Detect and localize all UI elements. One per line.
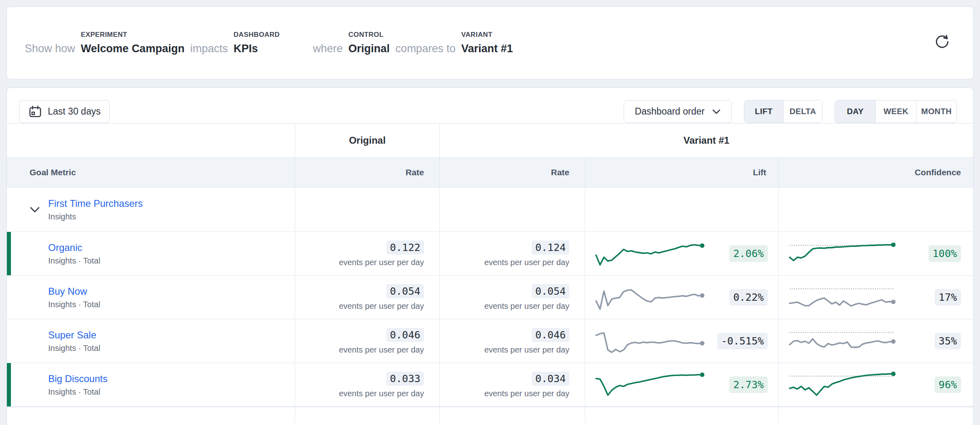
metric-name-cell: Big Discounts Insights · Total: [7, 363, 295, 406]
confidence-cell: 17%: [778, 276, 973, 319]
metric-name-cell: Super Sale Insights · Total: [7, 319, 295, 363]
confidence-value-badge: 17%: [935, 289, 961, 306]
table-row: Super Sale Insights · Total 0.046 events…: [7, 319, 973, 363]
control-rate-value: 0.033: [386, 372, 424, 386]
control-picker[interactable]: CONTROL Original: [348, 31, 390, 55]
control-name[interactable]: Original: [348, 42, 390, 55]
empty-cell: [585, 407, 778, 423]
variant-rate-value: 0.124: [532, 240, 569, 255]
rate-unit: events per user per day: [339, 258, 424, 267]
experiment-name[interactable]: Welcome Campaign: [81, 42, 185, 55]
metric-group-name-cell: First Time Purchasers Insights: [7, 187, 295, 232]
variant-rate-cell: 0.046 events per user per day: [439, 319, 585, 363]
control-rate-value: 0.054: [386, 284, 424, 298]
metric-link[interactable]: Super Sale: [48, 329, 100, 341]
rate-unit: events per user per day: [339, 345, 424, 355]
rate-unit: events per user per day: [339, 389, 424, 398]
metric-link[interactable]: Buy Now: [48, 286, 100, 297]
confidence-sparkline: [788, 237, 898, 271]
granularity-month[interactable]: MONTH: [916, 100, 957, 123]
collapse-chevron-icon[interactable]: [28, 203, 42, 217]
variant-group-header-row: Original Variant #1: [7, 123, 973, 157]
variant-picker[interactable]: VARIANT Variant #1: [461, 31, 513, 55]
granularity-day[interactable]: DAY: [835, 100, 876, 123]
lift-value-badge: -0.515%: [717, 333, 768, 349]
granularity-toggle: DAY WEEK MONTH: [835, 100, 957, 123]
variant-name[interactable]: Variant #1: [461, 42, 513, 55]
empty-cell: [778, 187, 973, 232]
metric-link[interactable]: Organic: [48, 242, 100, 253]
lift-column-header: Lift: [585, 158, 778, 187]
metric-group-link[interactable]: First Time Purchasers: [48, 198, 143, 209]
lift-value-badge: 2.06%: [729, 245, 768, 262]
empty-cell: [295, 407, 439, 423]
confidence-value-badge: 35%: [935, 333, 961, 349]
phrase-show-how: Show how: [25, 42, 75, 55]
goal-metric-column-header: Goal Metric: [7, 158, 295, 187]
results-card: Last 30 days Dashboard order LIFT DELTA …: [6, 87, 974, 425]
control-column-header: Original: [295, 123, 439, 157]
control-rate-cell: 0.122 events per user per day: [295, 232, 439, 275]
phrase-text: compares to: [395, 42, 456, 55]
results-toolbar: Last 30 days Dashboard order LIFT DELTA …: [7, 88, 973, 123]
empty-cell: [778, 407, 973, 423]
confidence-cell: 35%: [778, 319, 973, 363]
dashboard-order-dropdown[interactable]: Dashboard order: [624, 100, 732, 123]
significance-bar: [7, 363, 11, 406]
phrase-impacts: impacts: [190, 42, 228, 55]
table-row-partial: [7, 406, 973, 423]
lift-value-badge: 0.22%: [729, 289, 768, 306]
mode-toggle-delta[interactable]: DELTA: [783, 100, 822, 123]
dashboard-picker[interactable]: DASHBOARD KPIs: [234, 31, 280, 55]
experiment-summary-card: Show how EXPERIMENT Welcome Campaign imp…: [6, 6, 974, 79]
date-range-button[interactable]: Last 30 days: [19, 100, 110, 123]
lift-cell: 0.22%: [585, 276, 778, 319]
empty-cell: [439, 187, 585, 232]
metric-group-row: First Time Purchasers Insights: [7, 187, 973, 232]
control-rate-value: 0.046: [386, 328, 424, 342]
variant-rate-value: 0.054: [532, 284, 569, 298]
table-row: Buy Now Insights · Total 0.054 events pe…: [7, 275, 973, 319]
rate-unit: events per user per day: [484, 345, 569, 355]
experiment-picker[interactable]: EXPERIMENT Welcome Campaign: [81, 31, 185, 55]
variant-rate-value: 0.046: [532, 328, 569, 342]
phrase-text: where: [313, 42, 343, 55]
phrase-compares-to: compares to: [395, 42, 456, 55]
mode-toggle: LIFT DELTA: [744, 100, 822, 123]
empty-cell: [439, 407, 585, 423]
confidence-sparkline: [788, 368, 898, 402]
variant-rate-value: 0.034: [532, 372, 569, 386]
metric-subtitle: Insights · Total: [48, 344, 100, 353]
confidence-column-header: Confidence: [778, 158, 973, 187]
lift-sparkline: [595, 324, 707, 358]
rate-unit: events per user per day: [339, 302, 424, 311]
variant-eyebrow-label: VARIANT: [461, 31, 492, 39]
metric-link[interactable]: Big Discounts: [48, 373, 108, 385]
variant-column-header: Variant #1: [439, 123, 973, 157]
results-table: Original Variant #1 Goal Metric Rate Rat…: [7, 123, 973, 423]
group-header-spacer: [7, 123, 295, 157]
lift-value-badge: 2.73%: [729, 376, 768, 393]
variant-rate-column-header: Rate: [439, 158, 585, 187]
dashboard-eyebrow-label: DASHBOARD: [234, 31, 280, 39]
refresh-button[interactable]: [932, 31, 953, 52]
calendar-icon: [28, 105, 42, 119]
empty-cell: [295, 187, 439, 232]
control-rate-cell: 0.033 events per user per day: [295, 363, 439, 406]
dashboard-name[interactable]: KPIs: [234, 42, 258, 55]
experiment-eyebrow-label: EXPERIMENT: [81, 31, 128, 39]
variant-rate-cell: 0.124 events per user per day: [439, 232, 585, 275]
mode-toggle-lift[interactable]: LIFT: [744, 100, 783, 123]
confidence-value-badge: 96%: [935, 376, 961, 393]
confidence-value-badge: 100%: [929, 245, 961, 262]
lift-sparkline: [595, 237, 707, 271]
metric-subtitle: Insights · Total: [48, 256, 100, 266]
control-rate-cell: 0.046 events per user per day: [295, 319, 439, 363]
metric-name-cell: Organic Insights · Total: [7, 232, 295, 275]
granularity-week[interactable]: WEEK: [876, 100, 916, 123]
table-row: Big Discounts Insights · Total 0.033 eve…: [7, 363, 973, 406]
lift-cell: 2.73%: [585, 363, 778, 406]
metric-subtitle: Insights · Total: [48, 387, 108, 397]
dashboard-order-label: Dashboard order: [635, 106, 705, 117]
date-range-label: Last 30 days: [48, 106, 100, 117]
